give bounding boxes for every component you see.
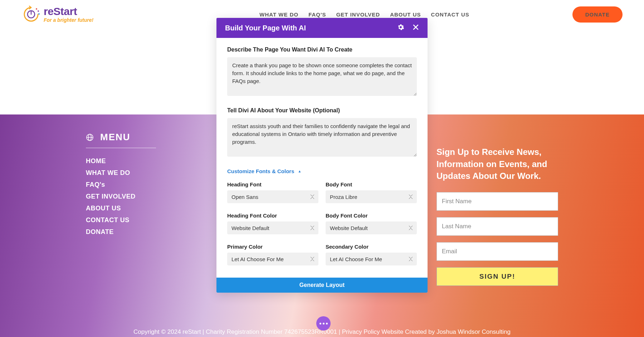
signup-heading: Sign Up to Receive News, Information on … (436, 146, 558, 182)
divider (86, 148, 156, 148)
footer-link-get-involved[interactable]: GET INVOLVED (86, 193, 222, 200)
footer-link-faqs[interactable]: FAQ's (86, 181, 222, 189)
footer-menu-links: HOME WHAT WE DO FAQ's GET INVOLVED ABOUT… (86, 157, 222, 236)
logo-name: reStart (44, 6, 93, 17)
logo-text: reStart For a brighter future! (44, 6, 93, 23)
nav-about-us[interactable]: ABOUT US (390, 11, 421, 18)
nav-faqs[interactable]: FAQ'S (308, 11, 326, 18)
modal-header: Build Your Page With AI (216, 18, 428, 38)
logo-icon (21, 5, 41, 24)
floating-action-button[interactable] (316, 316, 331, 331)
primary-color-select[interactable]: Let AI Choose For Me (227, 253, 318, 265)
heading-color-select[interactable]: Website Default (227, 221, 318, 234)
heading-font-label: Heading Font (227, 181, 318, 187)
footer-menu-column: MENU HOME WHAT WE DO FAQ's GET INVOLVED … (86, 132, 222, 337)
about-label: Tell Divi AI About Your Website (Optiona… (227, 107, 417, 114)
body-color-select[interactable]: Website Default (326, 221, 417, 234)
body-font-select[interactable]: Proza Libre (326, 190, 417, 203)
modal-body: Describe The Page You Want Divi AI To Cr… (216, 38, 428, 278)
last-name-input[interactable] (436, 217, 558, 236)
secondary-color-select[interactable]: Let AI Choose For Me (326, 253, 417, 265)
footer-menu-title: MENU (100, 132, 131, 143)
customize-label: Customize Fonts & Colors (227, 168, 294, 174)
footer-link-donate[interactable]: DONATE (86, 228, 222, 236)
secondary-color-label: Secondary Color (326, 244, 417, 250)
describe-label: Describe The Page You Want Divi AI To Cr… (227, 47, 417, 53)
svg-point-4 (38, 13, 40, 15)
primary-color-label: Primary Color (227, 244, 318, 250)
footer-link-contact-us[interactable]: CONTACT US (86, 216, 222, 224)
triangle-up-icon: ▲ (298, 169, 302, 173)
describe-textarea[interactable] (227, 57, 417, 96)
close-icon[interactable] (413, 24, 419, 32)
customize-toggle[interactable]: Customize Fonts & Colors ▲ (227, 168, 301, 174)
svg-point-2 (36, 8, 37, 10)
heading-color-label: Heading Font Color (227, 213, 318, 219)
ellipsis-icon (319, 323, 321, 324)
footer-link-about-us[interactable]: ABOUT US (86, 205, 222, 212)
svg-point-3 (38, 10, 39, 12)
nav-get-involved[interactable]: GET INVOLVED (336, 11, 380, 18)
first-name-input[interactable] (436, 192, 558, 211)
nav-contact-us[interactable]: CONTACT US (431, 11, 469, 18)
logo[interactable]: reStart For a brighter future! (21, 5, 93, 24)
footer-link-what-we-do[interactable]: WHAT WE DO (86, 169, 222, 177)
gear-icon[interactable] (397, 24, 404, 32)
modal-title: Build Your Page With AI (225, 24, 306, 32)
globe-icon (86, 133, 94, 141)
about-textarea[interactable] (227, 118, 417, 157)
generate-layout-button[interactable]: Generate Layout (216, 278, 428, 293)
ai-builder-modal: Build Your Page With AI Describe The Pag… (216, 18, 428, 293)
body-font-label: Body Font (326, 181, 417, 187)
logo-tagline: For a brighter future! (44, 18, 93, 23)
body-color-label: Body Font Color (326, 213, 417, 219)
nav-what-we-do[interactable]: WHAT WE DO (259, 11, 298, 18)
email-input[interactable] (436, 242, 558, 261)
heading-font-select[interactable]: Open Sans (227, 190, 318, 203)
donate-button[interactable]: DONATE (572, 6, 623, 23)
signup-button[interactable]: SIGN UP! (436, 267, 558, 286)
newsletter-signup: Sign Up to Receive News, Information on … (436, 132, 558, 337)
footer-link-home[interactable]: HOME (86, 157, 222, 165)
